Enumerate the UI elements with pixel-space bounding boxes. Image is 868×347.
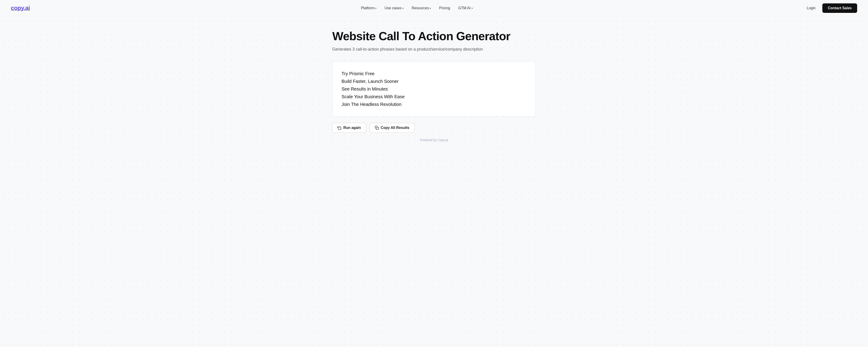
login-label: Login [807, 6, 815, 10]
run-again-label: Run again [343, 126, 361, 130]
navbar: copy.ai Platform ▾ Use cases ▾ Resources… [0, 0, 868, 16]
page-subtitle: Generates 3 call-to-action phrases based… [332, 46, 536, 53]
nav-item-platform: Platform ▾ [358, 4, 380, 12]
nav-link-use-cases[interactable]: Use cases ▾ [381, 4, 407, 12]
contact-sales-button[interactable]: Contact Sales [822, 3, 857, 13]
svg-rect-0 [376, 127, 379, 130]
nav-label-pricing: Pricing [439, 6, 450, 10]
logo-dot: . [24, 4, 25, 11]
login-link[interactable]: Login [804, 4, 819, 12]
powered-by: Powered by Copy.ai [332, 138, 536, 142]
copy-all-button[interactable]: Copy All Results [370, 123, 414, 133]
chevron-down-icon: ▾ [471, 7, 473, 9]
page-title: Website Call To Action Generator [332, 30, 536, 43]
action-buttons: Run again Copy All Results [332, 123, 536, 133]
refresh-icon [338, 126, 342, 130]
chevron-down-icon: ▾ [375, 7, 376, 9]
results-card: Try Prismic Free Build Faster, Launch So… [332, 61, 536, 116]
copy-icon [375, 126, 379, 130]
nav-item-resources: Resources ▾ [408, 4, 434, 12]
result-line-2: Build Faster, Launch Sooner [342, 77, 526, 85]
run-again-button[interactable]: Run again [332, 123, 366, 133]
nav-item-gtm-ai: GTM AI ▾ [455, 4, 475, 12]
nav-label-platform: Platform [361, 6, 375, 10]
nav-links: Platform ▾ Use cases ▾ Resources ▾ Prici… [358, 4, 476, 12]
chevron-down-icon: ▾ [430, 7, 431, 9]
nav-link-pricing[interactable]: Pricing [436, 4, 453, 12]
result-line-4: Scale Your Business With Ease [342, 93, 526, 101]
copy-all-label: Copy All Results [381, 126, 409, 130]
result-line-3: See Results in Minutes [342, 85, 526, 93]
logo-text-ai: ai [25, 4, 30, 11]
nav-link-gtm-ai[interactable]: GTM AI ▾ [455, 4, 475, 12]
nav-label-resources: Resources [412, 6, 429, 10]
logo[interactable]: copy.ai [11, 4, 30, 11]
nav-link-resources[interactable]: Resources ▾ [408, 4, 434, 12]
nav-right: Login Contact Sales [804, 3, 857, 13]
nav-label-gtm-ai: GTM AI [458, 6, 470, 10]
result-line-1: Try Prismic Free [342, 70, 526, 77]
chevron-down-icon: ▾ [402, 7, 403, 9]
nav-link-platform[interactable]: Platform ▾ [358, 4, 380, 12]
main-content: Website Call To Action Generator Generat… [323, 16, 545, 155]
nav-label-use-cases: Use cases [384, 6, 401, 10]
result-line-5: Join The Headless Revolution [342, 101, 526, 108]
nav-item-use-cases: Use cases ▾ [381, 4, 407, 12]
logo-text-black: copy [11, 4, 24, 11]
nav-item-pricing: Pricing [436, 4, 453, 12]
contact-sales-label: Contact Sales [828, 6, 852, 10]
